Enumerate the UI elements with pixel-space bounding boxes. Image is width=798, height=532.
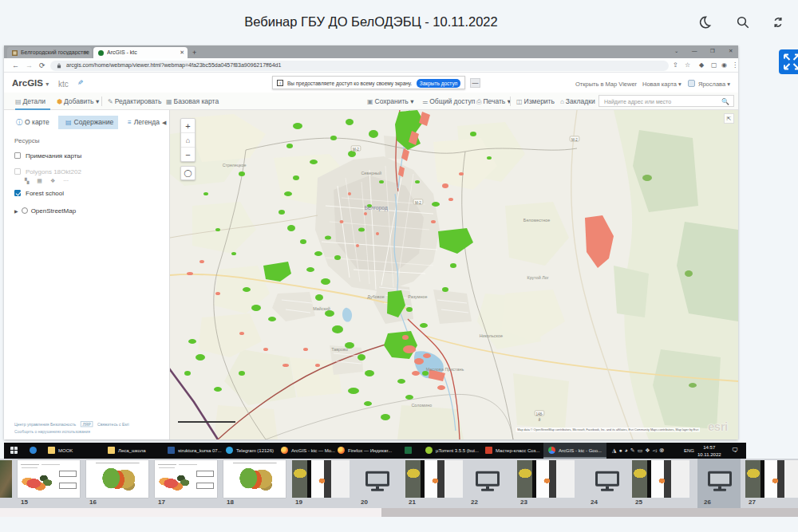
slide-thumb-21[interactable] xyxy=(405,460,463,498)
sync-icon[interactable] xyxy=(771,15,785,30)
share-page-icon[interactable]: ⇪ xyxy=(673,61,678,69)
add-button[interactable]: ⬢Добавить ▾ xyxy=(57,97,99,105)
extension-icon[interactable]: ◆ xyxy=(699,61,704,69)
slide-thumb-23[interactable] xyxy=(517,460,575,498)
map-canvas[interactable]: Стрелецкое Северный Белгород Майский Дуб… xyxy=(170,110,738,439)
slide-thumb-25[interactable] xyxy=(632,460,689,498)
new-tab-button[interactable]: + xyxy=(192,49,196,57)
slide-thumb-14[interactable] xyxy=(0,460,12,498)
tab-close-icon[interactable]: ✕ xyxy=(84,49,89,56)
edit-button[interactable]: ✎Редактировать xyxy=(108,97,161,105)
arcgis-header: ArcGIS ▾ ktc ✎ ! Вы предоставляете досту… xyxy=(4,73,738,93)
slide-thumb-15[interactable] xyxy=(18,460,80,498)
tab-about[interactable]: ⓘО карте xyxy=(14,116,49,129)
edit-title-icon[interactable]: ✎ xyxy=(77,79,84,87)
notification-icon[interactable]: 🗨 xyxy=(732,443,738,459)
measure-button[interactable]: ◫Измерить xyxy=(516,97,555,105)
zoom-in-button[interactable]: + xyxy=(181,119,195,133)
slide-thumb-27[interactable] xyxy=(745,460,798,498)
language-indicator[interactable]: ENG xyxy=(684,443,694,459)
new-map-menu[interactable]: Новая карта ▾ xyxy=(642,81,681,88)
collapse-panel-icon[interactable]: ◀ xyxy=(162,120,166,126)
slide-number: 26 xyxy=(704,499,711,506)
taskbar-firefox-1[interactable]: ArcGIS - ktc — Mo... xyxy=(281,443,335,459)
search-icon[interactable] xyxy=(736,15,750,30)
window-restore-button[interactable]: ❐ xyxy=(710,48,715,54)
layer-tool-icons[interactable]: ▚ ▦ ❖ ⋯ xyxy=(25,178,72,184)
bookmark-star-icon[interactable]: ☆ xyxy=(685,61,690,69)
map-label: Майский xyxy=(313,306,330,310)
tab-close-icon[interactable]: ✕ xyxy=(180,49,184,56)
window-close-button[interactable]: ✕ xyxy=(729,48,733,54)
reload-icon[interactable]: ⟳ xyxy=(39,61,45,69)
home-button[interactable]: ⌂ xyxy=(181,133,195,148)
basemap-button[interactable]: ▦Базовая карта xyxy=(166,97,219,105)
tab2-favicon xyxy=(98,50,104,56)
locate-button[interactable]: ◯ xyxy=(180,166,196,180)
taskbar-edge-icon[interactable] xyxy=(30,443,40,459)
taskbar-folder-lesa[interactable]: Леса_школа xyxy=(108,443,146,459)
checkbox-unchecked[interactable] xyxy=(14,152,21,159)
taskbar-clock[interactable]: 14:5710.11.2022 xyxy=(697,443,721,459)
slide-thumb-19[interactable] xyxy=(292,460,350,498)
map-search-icon[interactable]: 🔍 xyxy=(721,98,729,105)
bookmarks-button[interactable]: ⌂Закладки xyxy=(560,97,595,105)
dark-mode-icon[interactable] xyxy=(697,15,712,30)
tab-legend[interactable]: ≡Легенда xyxy=(125,116,160,129)
slide-thumb-20[interactable] xyxy=(358,460,397,498)
slide-thumb-17[interactable] xyxy=(155,460,217,498)
slide-filmstrip: 15 16 17 18 19 20 21 22 23 24 25 26 27 xyxy=(0,459,798,508)
share-button[interactable]: ⚌Общий доступ xyxy=(422,97,475,105)
map-search-input[interactable]: Найдите адрес или место 🔍 xyxy=(598,95,734,107)
arcgis-logo[interactable]: ArcGIS ▾ xyxy=(12,78,49,88)
browser-tab-active[interactable]: ArcGIS - ktc ✕ xyxy=(93,47,188,58)
details-button[interactable]: ▤Детали xyxy=(15,97,45,105)
browser-tab-inactive[interactable]: Белгородский государственн... ✕ xyxy=(7,47,92,58)
layer-polygons[interactable]: Polygons 18Okt202 xyxy=(14,168,81,175)
open-map-viewer-link[interactable]: Открыть в Map Viewer xyxy=(575,81,637,88)
slide-thumb-18[interactable] xyxy=(223,460,286,498)
save-button[interactable]: ▣Сохранить ▾ xyxy=(367,97,413,105)
tab-content[interactable]: ▤Содержание xyxy=(58,116,118,129)
forward-icon[interactable]: → xyxy=(26,61,33,69)
filmstrip-scrollbar-track[interactable] xyxy=(0,508,798,517)
taskbar-utorrent[interactable]: µTorrent 3.5.5 (bui... xyxy=(425,443,479,459)
profile-icon[interactable]: ◉ xyxy=(721,61,727,69)
slide-thumb-16[interactable] xyxy=(86,460,148,498)
taskbar-excel[interactable] xyxy=(405,443,415,459)
map-label: Никольское xyxy=(480,333,503,337)
checkbox-unchecked[interactable] xyxy=(14,168,21,175)
taskbar-masterclass[interactable]: Мастер-класс Соз... xyxy=(485,443,539,459)
taskbar-folder-mook[interactable]: MOOK xyxy=(48,443,73,459)
sidepanel-icon[interactable]: ▢ xyxy=(711,61,717,69)
taskbar-firefox-2[interactable]: Firefox — Индикат... xyxy=(338,443,392,459)
slide-thumb-24[interactable] xyxy=(587,460,627,498)
window-minimize-button[interactable]: — xyxy=(692,48,697,53)
stop-sharing-button[interactable]: Закрыть доступ xyxy=(417,79,460,88)
fullscreen-button[interactable] xyxy=(779,49,798,74)
menu-dots-icon[interactable]: ⋮ xyxy=(732,61,738,69)
checkbox-checked[interactable] xyxy=(14,190,21,196)
hide-notice-button[interactable]: — xyxy=(470,78,480,88)
slide-thumb-26[interactable] xyxy=(701,460,739,498)
layer-forest-school[interactable]: Forest school xyxy=(14,190,64,197)
print-button[interactable]: ⎙Печать ▾ xyxy=(476,97,511,106)
layer-openstreetmap[interactable]: ▶OpenStreetMap xyxy=(14,207,76,215)
system-tray[interactable]: ◮●◕✎▭❖◅♼ xyxy=(612,443,666,459)
window-dropdown-icon[interactable]: ⌄ xyxy=(674,48,678,54)
back-icon[interactable]: ← xyxy=(12,61,19,69)
start-button[interactable] xyxy=(10,443,21,459)
map-expand-icon[interactable]: ⇱ xyxy=(724,113,734,124)
taskbar-telegram[interactable]: Telegram (12126) xyxy=(226,443,274,459)
taskbar-word[interactable]: struktura_kursa 07... xyxy=(168,443,222,459)
user-menu[interactable]: Ярослава ▾ xyxy=(698,81,730,88)
browser-tabstrip: Белгородский государственн... ✕ ArcGIS -… xyxy=(4,45,738,58)
url-field[interactable]: arcgis.com/home/webmap/viewer.html?webma… xyxy=(50,61,669,71)
taskbar-chrome-active[interactable]: ArcGIS - ktc - Goo... xyxy=(543,443,606,459)
expand-icon xyxy=(779,49,798,74)
slide-thumb-22[interactable] xyxy=(468,460,508,498)
filmstrip-scrollbar-thumb[interactable] xyxy=(381,508,798,517)
zoom-out-button[interactable]: − xyxy=(181,148,195,162)
layer-map-notes[interactable]: Примечания карты xyxy=(14,152,81,160)
map-zoom-controls: + ⌂ − xyxy=(180,118,196,162)
